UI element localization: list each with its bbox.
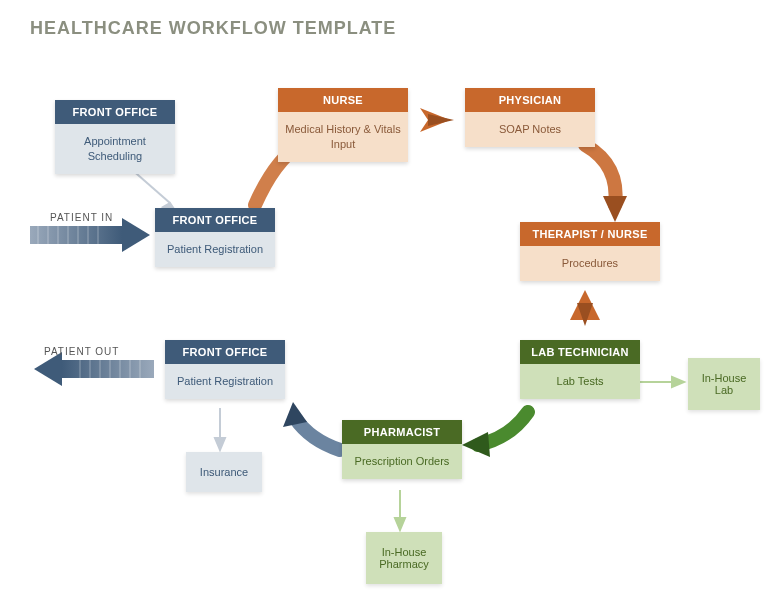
node-therapist: THERAPIST / NURSE Procedures bbox=[520, 222, 660, 281]
node-role: FRONT OFFICE bbox=[165, 340, 285, 364]
arrow-pharm-to-inhouse bbox=[395, 490, 405, 530]
node-inhouse-pharmacy: In-House Pharmacy bbox=[366, 532, 442, 584]
node-physician: PHYSICIAN SOAP Notes bbox=[465, 88, 595, 147]
node-pharmacist: PHARMACIST Prescription Orders bbox=[342, 420, 462, 479]
svg-marker-18 bbox=[672, 377, 684, 387]
arrow-patient-out bbox=[34, 352, 154, 386]
arrow-fo2-to-insurance bbox=[215, 408, 225, 450]
arrow-physician-to-therapist bbox=[585, 145, 627, 222]
node-role: FRONT OFFICE bbox=[55, 100, 175, 124]
node-front-office-appointment: FRONT OFFICE Appointment Scheduling bbox=[55, 100, 175, 174]
arrow-lab-to-inhouse bbox=[640, 377, 684, 387]
node-task: Medical History & Vitals Input bbox=[278, 112, 408, 162]
node-lab-technician: LAB TECHNICIAN Lab Tests bbox=[520, 340, 640, 399]
node-task: Patient Registration bbox=[165, 364, 285, 399]
label-patient-out: PATIENT OUT bbox=[44, 346, 119, 357]
arrow-nurse-to-physician bbox=[420, 108, 454, 132]
node-front-office-registration-2: FRONT OFFICE Patient Registration bbox=[165, 340, 285, 399]
label-patient-in: PATIENT IN bbox=[50, 212, 113, 223]
node-task: Patient Registration bbox=[155, 232, 275, 267]
node-task: Prescription Orders bbox=[342, 444, 462, 479]
svg-marker-19 bbox=[462, 432, 490, 457]
arrow-patient-in bbox=[30, 218, 150, 252]
node-role: PHYSICIAN bbox=[465, 88, 595, 112]
svg-marker-1 bbox=[122, 218, 150, 252]
node-role: PHARMACIST bbox=[342, 420, 462, 444]
node-task: Appointment Scheduling bbox=[55, 124, 175, 174]
arrow-appt-to-reg bbox=[130, 168, 176, 212]
svg-marker-21 bbox=[395, 518, 405, 530]
svg-marker-14 bbox=[603, 196, 627, 222]
svg-marker-24 bbox=[215, 438, 225, 450]
node-role: FRONT OFFICE bbox=[155, 208, 275, 232]
node-nurse: NURSE Medical History & Vitals Input bbox=[278, 88, 408, 162]
svg-rect-0 bbox=[30, 226, 122, 244]
node-inhouse-lab: In-House Lab bbox=[688, 358, 760, 410]
node-role: LAB TECHNICIAN bbox=[520, 340, 640, 364]
node-task: Procedures bbox=[520, 246, 660, 281]
node-task: SOAP Notes bbox=[465, 112, 595, 147]
node-role: THERAPIST / NURSE bbox=[520, 222, 660, 246]
arrow-therapist-to-lab bbox=[570, 290, 600, 326]
node-role: NURSE bbox=[278, 88, 408, 112]
svg-marker-26 bbox=[34, 352, 62, 386]
node-task: Lab Tests bbox=[520, 364, 640, 399]
node-front-office-registration: FRONT OFFICE Patient Registration bbox=[155, 208, 275, 267]
arrow-pharm-to-fo2 bbox=[283, 402, 340, 450]
arrow-lab-to-pharm bbox=[462, 412, 528, 457]
flowchart-canvas: PATIENT IN PATIENT OUT FRONT OFFICE Appo… bbox=[0, 0, 775, 610]
node-insurance: Insurance bbox=[186, 452, 262, 492]
svg-marker-13 bbox=[428, 114, 454, 126]
